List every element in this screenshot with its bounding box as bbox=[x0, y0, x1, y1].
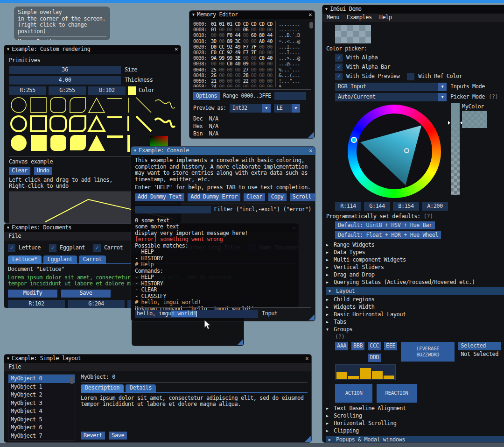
thickness-slider[interactable]: 4.00 bbox=[9, 76, 121, 85]
color-picker-widget[interactable]: MyColor bbox=[335, 103, 501, 199]
tree-node-text-baseline-alignment[interactable]: ▶Text Baseline Alignment bbox=[326, 405, 501, 412]
histogram[interactable] bbox=[335, 364, 396, 380]
groups-help-marker[interactable]: (?) bbox=[335, 334, 501, 341]
modify-button[interactable]: Modify bbox=[8, 290, 57, 298]
selectable-item[interactable]: Not Selected bbox=[458, 350, 501, 359]
tree-node-scrolling[interactable]: ▶Scrolling bbox=[326, 412, 501, 420]
tree-node-groups[interactable]: ▼Groups bbox=[326, 326, 501, 333]
tree-node-child-regions[interactable]: ▶Child regions bbox=[326, 296, 501, 304]
collapse-icon[interactable]: ▼ bbox=[7, 355, 9, 362]
close-icon[interactable]: ✕ bbox=[308, 12, 312, 18]
document-checkbox[interactable]: ✓ bbox=[8, 244, 15, 252]
memory-bytes[interactable]: 00 00 F0 44 00 60 80 44 bbox=[211, 32, 275, 38]
save-button[interactable]: Save bbox=[109, 432, 127, 440]
list-item[interactable]: MyObject 2 bbox=[8, 391, 75, 399]
memory-row[interactable]: 0048:26 00 00 00 28 00 00 00&...(... bbox=[193, 72, 311, 78]
console-log[interactable]: 0 some textsome more textdisplay very im… bbox=[135, 218, 311, 315]
memory-bytes[interactable]: 26 00 00 00 28 00 00 00 bbox=[211, 72, 275, 78]
list-scrollbar[interactable] bbox=[70, 376, 74, 384]
memory-bytes[interactable]: D0 CC 92 49 F7 7F 00 00 bbox=[211, 44, 275, 50]
doc-green-drag[interactable]: G:204 bbox=[68, 300, 125, 308]
green-drag[interactable]: G:255 bbox=[49, 86, 86, 95]
tree-node-drag-and-drop[interactable]: ▶Drag and Drop bbox=[326, 271, 501, 279]
memory-bytes[interactable]: 3D 00 89 3C 00 00 A0 40 bbox=[211, 38, 275, 44]
revert-button[interactable]: Revert bbox=[81, 432, 105, 440]
tree-node-basic-horizontal-layout[interactable]: ▶Basic Horizontal Layout bbox=[326, 311, 501, 319]
collapse-icon[interactable]: ▼ bbox=[7, 225, 9, 231]
demo-checkbox[interactable]: ✓ bbox=[335, 64, 343, 71]
menu-menu[interactable]: Menu bbox=[327, 14, 339, 21]
tab-eggplant[interactable]: Eggplant bbox=[43, 255, 77, 263]
eee-button[interactable]: EEE bbox=[384, 342, 397, 350]
size-slider[interactable]: 36 bbox=[9, 66, 121, 74]
memory-row[interactable]: 0058:24 00 00 00 00 00 00 00$....... bbox=[193, 84, 311, 87]
close-icon[interactable]: ✕ bbox=[305, 355, 308, 362]
memory-bytes[interactable]: 9A 99 99 3E 00 00 C0 40 bbox=[211, 55, 275, 61]
menu-file[interactable]: File bbox=[8, 233, 21, 240]
preview-type-combo[interactable]: Int32 ▼ bbox=[230, 104, 271, 113]
scroll-to-bottom-button[interactable]: Scroll to bottom bbox=[290, 193, 315, 201]
tab-lettuce-[interactable]: Lettuce* bbox=[8, 255, 42, 263]
menu-examples[interactable]: Examples bbox=[347, 14, 372, 21]
menu-file[interactable]: File bbox=[8, 364, 21, 370]
ccc-button[interactable]: CCC bbox=[368, 342, 381, 350]
console-titlebar[interactable]: ▼ Example: Console ✕ bbox=[131, 147, 315, 155]
close-icon[interactable]: ✕ bbox=[175, 46, 178, 53]
header-layout[interactable]: ▼ Layout bbox=[326, 287, 504, 295]
tab-description[interactable]: Description bbox=[81, 384, 124, 392]
chevron-down-icon[interactable]: ▼ bbox=[292, 104, 300, 113]
default-uint8-button[interactable]: Default: Uint8 + HSV + Hue Bar bbox=[335, 221, 435, 229]
reaction-button[interactable]: REACTION bbox=[377, 384, 417, 403]
list-item[interactable]: MyObject 1 bbox=[8, 383, 75, 391]
clear-button[interactable]: Clear bbox=[9, 167, 30, 175]
close-icon[interactable]: ✕ bbox=[309, 148, 312, 154]
console-input[interactable]: hello, imgui world! bbox=[135, 310, 258, 318]
bbb-button[interactable]: BBB bbox=[351, 342, 364, 350]
save-button[interactable]: Save bbox=[61, 290, 111, 298]
memory-row[interactable]: 0030:9A 99 99 3E 00 00 C0 40...>...@ bbox=[193, 55, 311, 61]
list-item[interactable]: MyObject 5 bbox=[8, 416, 75, 424]
picker-mode-combo[interactable]: Auto/Current ▼ bbox=[335, 93, 447, 101]
default-float-button[interactable]: Default: Float + HDR + Hue Wheel bbox=[335, 231, 441, 239]
list-item[interactable]: MyObject 6 bbox=[8, 424, 75, 432]
memory-bytes[interactable]: 21 00 00 00 22 00 00 00 bbox=[211, 78, 275, 84]
list-item[interactable]: MyObject 3 bbox=[8, 399, 75, 408]
demo-checkbox[interactable] bbox=[407, 73, 414, 80]
resize-grip[interactable] bbox=[308, 314, 315, 320]
collapse-icon[interactable]: ▼ bbox=[192, 12, 194, 18]
hue-marker[interactable] bbox=[351, 137, 357, 143]
collapse-icon[interactable]: ▼ bbox=[325, 6, 327, 13]
chevron-down-icon[interactable]: ▼ bbox=[438, 83, 447, 91]
tree-node-horizontal-scrolling[interactable]: ▶Horizontal Scrolling bbox=[326, 420, 501, 427]
demo-titlebar[interactable]: ▼ ImGui Demo bbox=[322, 5, 504, 14]
collapse-icon[interactable]: ▼ bbox=[7, 46, 9, 53]
clear-button[interactable]: Clear bbox=[244, 193, 265, 201]
chevron-down-icon[interactable]: ▼ bbox=[438, 93, 447, 101]
memory-bytes[interactable]: 24 00 00 00 00 00 00 00 bbox=[211, 84, 275, 87]
doc-red-drag[interactable]: R:102 bbox=[8, 300, 65, 308]
collapse-icon[interactable]: ▼ bbox=[134, 148, 136, 154]
memory-row[interactable]: 0010:00 00 F0 44 00 60 80 44...D.`.D bbox=[193, 32, 311, 38]
memory-row[interactable]: 0000:01 01 01 CD CD CD CD CD........ bbox=[193, 21, 311, 27]
memory-bytes[interactable]: 01 01 01 CD CD CD CD CD bbox=[211, 21, 275, 27]
memory-scrollbar[interactable] bbox=[309, 22, 313, 28]
list-item[interactable]: MyObject 7 bbox=[8, 432, 75, 440]
tree-node-vertical-sliders[interactable]: ▶Vertical Sliders bbox=[326, 264, 501, 271]
copy-button[interactable]: Copy bbox=[268, 193, 287, 201]
action-button[interactable]: ACTION bbox=[335, 384, 372, 403]
help-marker[interactable]: (?) bbox=[489, 94, 498, 100]
demo-checkbox[interactable]: ✓ bbox=[335, 54, 343, 62]
memory-row[interactable]: 0018:3D 00 89 3C 00 00 A0 40=..<...@ bbox=[193, 38, 311, 44]
header-popups[interactable]: ▶ Popups & Modal windows bbox=[326, 436, 504, 443]
aaa-button[interactable]: AAA bbox=[335, 342, 348, 350]
selectable-item[interactable]: Selected bbox=[458, 342, 501, 350]
list-item[interactable]: MyObject 4 bbox=[8, 407, 75, 416]
inputs-mode-combo[interactable]: RGB Input ▼ bbox=[335, 83, 447, 91]
resize-grip[interactable] bbox=[305, 436, 311, 442]
options-button[interactable]: Options bbox=[193, 92, 220, 100]
ddd-button[interactable]: DDD bbox=[368, 354, 381, 362]
color-swatch[interactable] bbox=[128, 86, 136, 95]
memory-bytes[interactable]: 25 00 00 00 27 00 00 00 bbox=[211, 67, 275, 72]
alpha-drag[interactable]: A:200 bbox=[422, 202, 448, 211]
tree-node-tabs[interactable]: ▶Tabs bbox=[326, 319, 501, 326]
